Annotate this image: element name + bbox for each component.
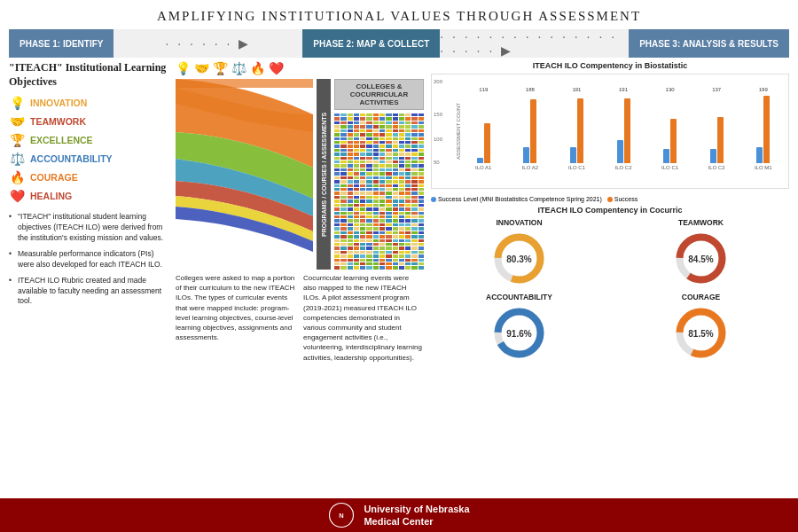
donut-chart: 80.3%: [490, 230, 548, 287]
icon-scale: ⚖️: [231, 61, 246, 75]
heatmap-grid: [334, 113, 424, 270]
page-title: Amplifying Institutional Values Through …: [157, 9, 641, 23]
main-content: "ITEACH" Institutional Learning Objectiv…: [0, 58, 798, 492]
icon-fire: 🔥: [250, 61, 265, 75]
accountability-icon: ⚖️: [9, 152, 25, 166]
bar-chart-section: ITEACH ILO Compentency in Biostatistic A…: [431, 61, 789, 202]
bullet-1: "ITEACH" institutional student learning …: [9, 212, 168, 244]
map-area: PROGRAMS / COURSES / ASSESSMENTS COLLEGE…: [176, 79, 424, 270]
footer-university: University of Nebraska Medical Center: [364, 503, 469, 528]
sankey-svg: [176, 79, 313, 265]
unmc-logo: N: [328, 502, 355, 528]
teamwork-icon: 🤝: [9, 114, 25, 129]
phase-bar: PHASE 1: IDENTIFY · · · · · · ▶ PHASE 2:…: [9, 29, 789, 58]
donut-chart: 81.5%: [672, 304, 730, 362]
donut-title: COURAGE: [682, 293, 720, 301]
donut-title: INNOVATION: [496, 218, 542, 227]
ilo-accountability: ⚖️ ACCOUNTABILITY: [9, 152, 168, 166]
y-tick-200: 200: [434, 79, 442, 84]
donut-item: TEAMWORK84.5%: [613, 218, 789, 287]
footer: N University of Nebraska Medical Center: [0, 498, 798, 532]
icon-handshake: 🤝: [194, 61, 209, 75]
phase2-box: PHASE 2: MAP & COLLECT: [302, 29, 440, 58]
icon-heart: ❤️: [269, 61, 284, 75]
left-column: "ITEACH" Institutional Learning Objectiv…: [9, 61, 168, 489]
ilo-list: 💡 INNOVATION 🤝 TEAMWORK 🏆 EXCELLENCE ⚖️ …: [9, 96, 168, 203]
ilo-courage: 🔥 COURAGE: [9, 170, 168, 184]
ilo-section-title: "ITEACH" Institutional Learning Objectiv…: [9, 61, 168, 89]
bullet-section: "ITEACH" institutional student learning …: [9, 212, 168, 307]
innovation-icon: 💡: [9, 96, 25, 110]
donut-grid: INNOVATION80.3%TEAMWORK84.5%ACCOUNTABILI…: [431, 218, 789, 362]
phase2-text2: Cocurricular learning events were also m…: [303, 273, 424, 363]
bullet-3: ITEACH ILO Rubric created and made avail…: [9, 276, 168, 308]
courage-icon: 🔥: [9, 170, 25, 184]
bar-chart-area: ASSESSMENT COUNT 200 150 100 50 119ILO A…: [431, 74, 789, 189]
colleges-bar: COLLEGES & COCURRICULAR ACTIVITIES: [334, 79, 424, 110]
ilo-innovation: 💡 INNOVATION: [9, 96, 168, 110]
svg-text:N: N: [340, 512, 344, 520]
legend-success: Success Level (MNI Biostatistics Compete…: [431, 196, 602, 202]
donut-item: INNOVATION80.3%: [431, 218, 607, 287]
donut-item: ACCOUNTABILITY91.6%: [431, 293, 607, 362]
svg-text:80.3%: 80.3%: [506, 254, 531, 264]
donut-section: ITEACH ILO Compentency in Cocurric INNOV…: [431, 206, 789, 362]
healing-icon: ❤️: [9, 189, 25, 203]
donut-chart: 91.6%: [490, 304, 548, 362]
phase1-box: PHASE 1: IDENTIFY: [9, 29, 113, 58]
programs-label: PROGRAMS / COURSES / ASSESSMENTS: [317, 79, 331, 270]
excellence-icon: 🏆: [9, 133, 25, 147]
ilo-icons-row: 💡 🤝 🏆 ⚖️ 🔥 ❤️: [176, 61, 424, 75]
line-overlay: [457, 74, 788, 172]
icon-bulb: 💡: [176, 61, 191, 75]
ilo-healing: ❤️ HEALING: [9, 189, 168, 203]
legend-success2: Success: [607, 196, 638, 202]
donut-title: ACCOUNTABILITY: [486, 293, 552, 301]
donut-title: TEAMWORK: [678, 218, 724, 227]
phase3-box: PHASE 3: ANALYSIS & RESULTS: [629, 29, 789, 58]
svg-text:81.5%: 81.5%: [688, 329, 713, 339]
bar-chart-legend: Success Level (MNI Biostatistics Compete…: [431, 196, 789, 202]
y-tick-100: 100: [434, 137, 442, 142]
y-tick-150: 150: [434, 112, 442, 117]
donut-item: COURAGE81.5%: [613, 293, 789, 362]
donut-chart: 84.5%: [672, 230, 730, 287]
svg-text:84.5%: 84.5%: [688, 254, 713, 264]
middle-column: 💡 🤝 🏆 ⚖️ 🔥 ❤️: [176, 61, 424, 489]
phase-dots-1: · · · · · · ▶: [113, 36, 302, 51]
phase-dots-2: · · · · · · · · · · · · · · · · · · · · …: [440, 29, 629, 58]
phase2-text-area: Colleges were asked to map a portion of …: [176, 273, 424, 363]
right-column: ITEACH ILO Compentency in Biostatistic A…: [431, 61, 789, 489]
icon-trophy: 🏆: [213, 61, 228, 75]
ilo-excellence: 🏆 EXCELLENCE: [9, 133, 168, 147]
page-header: Amplifying Institutional Values Through …: [0, 0, 798, 29]
heatmap-area: COLLEGES & COCURRICULAR ACTIVITIES: [334, 79, 424, 270]
sankey-diagram: [176, 79, 313, 270]
svg-text:91.6%: 91.6%: [506, 329, 531, 339]
bar-chart-title: ITEACH ILO Compentency in Biostatistic: [431, 61, 789, 70]
ilo-teamwork: 🤝 TEAMWORK: [9, 114, 168, 129]
donut-section-title: ITEACH ILO Compentency in Cocurric: [431, 206, 789, 215]
phase2-text1: Colleges were asked to map a portion of …: [176, 273, 296, 363]
bullet-2: Measurable performance indicators (PIs) …: [9, 249, 168, 270]
y-tick-50: 50: [434, 160, 440, 165]
